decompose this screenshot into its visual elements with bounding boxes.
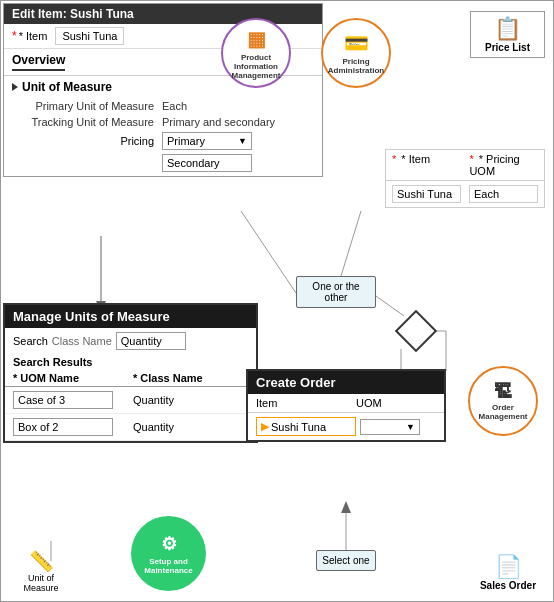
class-name-label: Class Name: [52, 335, 112, 347]
item-col-header: Item: [256, 397, 356, 409]
req-star1: *: [392, 153, 396, 165]
gear-icon: ⚙: [161, 533, 177, 555]
search-input[interactable]: [116, 332, 186, 350]
order-mgmt-label: Order Management: [470, 403, 536, 421]
svg-marker-10: [341, 501, 351, 513]
class-cell-1: Quantity: [133, 394, 213, 406]
svg-line-2: [241, 211, 296, 293]
form-table: Primary Unit of Measure Each Tracking Un…: [4, 98, 322, 176]
pricing-option1: Primary: [167, 135, 205, 147]
uom-col-header-order: UOM: [356, 397, 426, 409]
results-label: Search Results: [5, 354, 256, 370]
table-header: * UOM Name * Class Name: [5, 370, 256, 387]
pricing-admin-label: Pricing Administration: [323, 57, 389, 75]
search-label: Search: [13, 335, 48, 347]
setup-maintenance-circle[interactable]: ⚙ Setup and Maintenance: [131, 516, 206, 591]
uom-cell-1: [13, 391, 133, 409]
table-row: Quantity: [5, 387, 256, 414]
uom-cell-2: [13, 418, 133, 436]
search-row: Search Class Name: [5, 328, 256, 354]
sales-order-label: Sales Order: [480, 580, 536, 591]
create-order-panel: Create Order Item UOM ▶ Sushi Tuna ▼: [246, 369, 446, 442]
pricing-dropdown[interactable]: Primary ▼: [162, 132, 252, 150]
tracking-label: Tracking Unit of Measure: [12, 116, 162, 128]
secondary-box: Secondary: [162, 154, 252, 172]
main-wrapper: Edit Item: Sushi Tuna * * Item Sushi Tun…: [0, 0, 554, 602]
uom-input-2[interactable]: [13, 418, 113, 436]
primary-uom-label: Primary Unit of Measure: [12, 100, 162, 112]
tracking-value: Primary and secondary: [162, 116, 275, 128]
table-row: Quantity: [5, 414, 256, 441]
price-list-icon: 📋: [494, 16, 521, 42]
uom-dropdown-arrow: ▼: [406, 422, 415, 432]
sales-order-box[interactable]: 📄 Sales Order: [473, 554, 543, 591]
manage-units-panel: Manage Units of Measure Search Class Nam…: [3, 303, 258, 443]
required-star: *: [12, 29, 17, 43]
puom-item-cell[interactable]: Sushi Tuna: [392, 185, 461, 203]
primary-uom-value: Each: [162, 100, 187, 112]
price-list-label: Price List: [485, 42, 530, 53]
uom-icon: 📏: [29, 549, 54, 573]
pricing-uom-header: * * Item * * Pricing UOM: [386, 150, 544, 181]
pricing-uom-area: * * Item * * Pricing UOM Sushi Tuna Each: [385, 149, 545, 208]
uom-col-header: * UOM Name: [13, 372, 133, 384]
puom-uom-header: * * Pricing UOM: [469, 153, 538, 177]
collapse-icon[interactable]: [12, 83, 18, 91]
puom-item-header: * * Item: [392, 153, 461, 177]
svg-line-8: [341, 211, 361, 276]
pricing-option2: Secondary: [167, 157, 220, 169]
callout-text: One or the other: [312, 281, 359, 303]
truck-icon: 🏗: [494, 382, 512, 403]
pricing-admin-circle[interactable]: 💳 Pricing Administration: [321, 18, 391, 88]
diamond-shape: [395, 310, 437, 352]
section-title: Unit of Measure: [22, 80, 112, 94]
manage-units-title: Manage Units of Measure: [5, 305, 256, 328]
create-order-title: Create Order: [248, 371, 444, 394]
price-list-box[interactable]: 📋 Price List: [470, 11, 545, 58]
puom-uom-cell[interactable]: Each: [469, 185, 538, 203]
uom-label: Unit of Measure: [11, 573, 71, 593]
select-one-callout: Select one: [316, 550, 376, 571]
product-info-label: Product Information Management: [223, 53, 289, 80]
pricing-uom-data-row: Sushi Tuna Each: [386, 181, 544, 207]
pricing-label: Pricing: [12, 135, 162, 147]
class-cell-2: Quantity: [133, 421, 213, 433]
order-item-field[interactable]: ▶ Sushi Tuna: [256, 417, 356, 436]
pricing-icon: 💳: [344, 31, 369, 55]
callout-box: One or the other: [296, 276, 376, 308]
product-info-circle[interactable]: ▦ Product Information Management: [221, 18, 291, 88]
class-col-header: * Class Name: [133, 372, 213, 384]
setup-label: Setup and Maintenance: [131, 557, 206, 575]
secondary-row: Secondary: [12, 152, 314, 172]
barcode-icon: ▦: [247, 27, 266, 51]
item-label: * Item: [19, 30, 48, 42]
order-management-circle[interactable]: 🏗 Order Management: [468, 366, 538, 436]
item-value[interactable]: Sushi Tuna: [55, 27, 124, 45]
order-table-header: Item UOM: [248, 394, 444, 413]
req-star2: *: [469, 153, 473, 165]
tracking-uom-row: Tracking Unit of Measure Primary and sec…: [12, 116, 314, 128]
item-flag-icon: ▶: [261, 420, 269, 433]
overview-tab[interactable]: Overview: [12, 53, 65, 71]
dropdown-arrow-icon: ▼: [238, 136, 247, 146]
uom-icon-bottom[interactable]: 📏 Unit of Measure: [11, 549, 71, 593]
pricing-row: Pricing Primary ▼: [12, 132, 314, 150]
select-one-text: Select one: [322, 555, 369, 566]
uom-input-1[interactable]: [13, 391, 113, 409]
order-data-row: ▶ Sushi Tuna ▼: [248, 413, 444, 440]
order-uom-dropdown[interactable]: ▼: [360, 419, 420, 435]
svg-line-3: [376, 296, 404, 316]
sales-order-icon: 📄: [495, 554, 522, 580]
order-item-value: Sushi Tuna: [271, 421, 326, 433]
